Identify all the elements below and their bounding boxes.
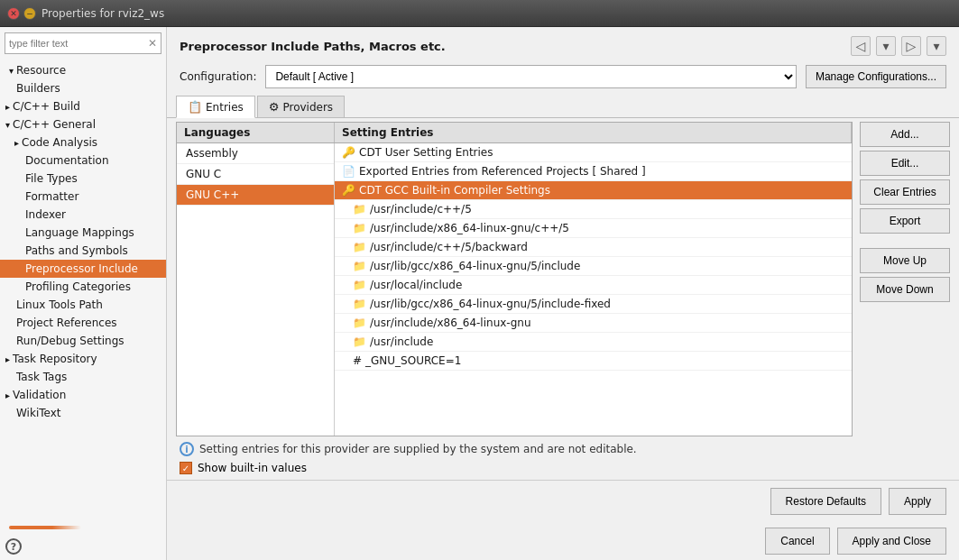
content-area: Preprocessor Include Paths, Macros etc. … — [167, 27, 959, 560]
entry-local-include-label: /usr/local/include — [370, 279, 462, 291]
entry-exported[interactable]: 📄 Exported Entries from Referenced Proje… — [335, 162, 852, 181]
config-label: Configuration: — [180, 70, 256, 83]
forward-icon[interactable]: ▷ — [901, 36, 921, 56]
entry-include-cpp5-label: /usr/include/c++/5 — [370, 203, 472, 216]
title-bar: ✕ − Properties for rviz2_ws — [0, 0, 959, 27]
filter-box[interactable]: ✕ — [5, 32, 161, 54]
exported-icon: 📄 — [342, 165, 355, 178]
sidebar-item-run-debug[interactable]: Run/Debug Settings — [0, 332, 166, 350]
folder-icon-8: 📁 — [353, 335, 366, 348]
entry-include[interactable]: 📁 /usr/include — [335, 333, 852, 352]
entry-exported-label: Exported Entries from Referenced Project… — [359, 165, 646, 178]
apply-button[interactable]: Apply — [889, 488, 946, 515]
entry-include-cpp5-backward[interactable]: 📁 /usr/include/c++/5/backward — [335, 238, 852, 257]
minimize-button[interactable]: − — [23, 7, 36, 20]
sidebar-help: ? — [0, 533, 166, 560]
table-area: Languages Setting Entries Assembly GNU C… — [167, 122, 959, 436]
sidebar-item-documentation[interactable]: Documentation — [0, 151, 166, 170]
sidebar-item-wikitext[interactable]: WikiText — [0, 404, 166, 422]
show-builtin-checkbox[interactable]: ✓ — [180, 462, 192, 474]
help-icon[interactable]: ? — [5, 538, 22, 555]
define-icon: # — [353, 354, 362, 367]
restore-defaults-button[interactable]: Restore Defaults — [770, 488, 881, 515]
final-row: Cancel Apply and Close — [167, 522, 959, 560]
folder-icon-2: 📁 — [353, 222, 366, 234]
sidebar-item-task-repo[interactable]: Task Repository — [0, 350, 166, 368]
entry-include-cpp5[interactable]: 📁 /usr/include/c++/5 — [335, 200, 852, 219]
tab-entries[interactable]: 📋 Entries — [176, 96, 255, 118]
dropdown2-icon[interactable]: ▾ — [927, 36, 946, 56]
manage-configurations-button[interactable]: Manage Configurations... — [806, 65, 946, 88]
dropdown-icon[interactable]: ▾ — [876, 36, 896, 56]
entry-include-x86-cpp5[interactable]: 📁 /usr/include/x86_64-linux-gnu/c++/5 — [335, 219, 852, 238]
info-icon: i — [180, 442, 194, 456]
filter-clear-icon[interactable]: ✕ — [148, 37, 157, 50]
apply-close-button[interactable]: Apply and Close — [837, 528, 946, 555]
edit-button[interactable]: Edit... — [860, 151, 950, 176]
sidebar-item-profiling[interactable]: Profiling Categories — [0, 278, 166, 296]
sidebar-item-task-tags[interactable]: Task Tags — [0, 368, 166, 386]
sidebar-item-resource[interactable]: Resource — [0, 61, 166, 79]
entry-cdt-user[interactable]: 🔑 CDT User Setting Entries — [335, 143, 852, 162]
move-down-button[interactable]: Move Down — [860, 277, 950, 302]
info-text: Setting entries for this provider are su… — [199, 443, 637, 455]
entry-lib-gcc-include-fixed[interactable]: 📁 /usr/lib/gcc/x86_64-linux-gnu/5/includ… — [335, 295, 852, 314]
providers-tab-icon: ⚙ — [269, 100, 280, 114]
tab-providers[interactable]: ⚙ Providers — [257, 96, 345, 117]
lang-assembly[interactable]: Assembly — [177, 143, 334, 164]
window-controls[interactable]: ✕ − — [7, 7, 36, 20]
entry-gnu-source[interactable]: # _GNU_SOURCE=1 — [335, 352, 852, 371]
sidebar-tree: Resource Builders C/C++ Build C/C++ Gene… — [0, 60, 166, 522]
cancel-button[interactable]: Cancel — [765, 528, 829, 555]
entries-tab-label: Entries — [206, 101, 244, 114]
folder-icon-7: 📁 — [353, 317, 366, 329]
sidebar-item-paths-symbols[interactable]: Paths and Symbols — [0, 242, 166, 260]
table-header: Languages Setting Entries — [177, 123, 852, 143]
sidebar-item-code-analysis[interactable]: Code Analysis — [0, 133, 166, 151]
checkmark-icon: ✓ — [182, 464, 189, 473]
config-row: Configuration: Default [ Active ] Manage… — [167, 60, 959, 96]
entry-lib-gcc-include-fixed-label: /usr/lib/gcc/x86_64-linux-gnu/5/include-… — [370, 298, 611, 310]
clear-entries-button[interactable]: Clear Entries — [860, 179, 950, 205]
sidebar-item-indexer[interactable]: Indexer — [0, 206, 166, 224]
entry-include-cpp5-backward-label: /usr/include/c++/5/backward — [370, 241, 528, 253]
sidebar-item-validation[interactable]: Validation — [0, 386, 166, 404]
sidebar-item-language-mappings[interactable]: Language Mappings — [0, 224, 166, 242]
providers-tab-label: Providers — [282, 101, 333, 114]
header-icons: ◁ ▾ ▷ ▾ — [851, 36, 946, 56]
lang-gnu-cpp[interactable]: GNU C++ — [177, 185, 334, 206]
entry-gnu-source-label: _GNU_SOURCE=1 — [365, 354, 461, 367]
entry-gcc-builtin[interactable]: 🔑 CDT GCC Built-in Compiler Settings — [335, 181, 852, 200]
export-button[interactable]: Export — [860, 208, 950, 234]
sidebar-item-formatter[interactable]: Formatter — [0, 188, 166, 206]
side-buttons: Add... Edit... Clear Entries Export Move… — [860, 122, 950, 436]
filter-input[interactable] — [9, 38, 148, 49]
entry-lib-gcc-include[interactable]: 📁 /usr/lib/gcc/x86_64-linux-gnu/5/includ… — [335, 257, 852, 276]
sidebar-item-cpp-build[interactable]: C/C++ Build — [0, 97, 166, 115]
sidebar-item-project-refs[interactable]: Project References — [0, 314, 166, 332]
move-up-button[interactable]: Move Up — [860, 248, 950, 273]
gcc-builtin-icon: 🔑 — [342, 184, 355, 197]
entries-table: Languages Setting Entries Assembly GNU C… — [176, 122, 853, 436]
folder-icon-1: 📁 — [353, 203, 366, 216]
sidebar-item-file-types[interactable]: File Types — [0, 170, 166, 188]
entry-include-x86-cpp5-label: /usr/include/x86_64-linux-gnu/c++/5 — [370, 222, 569, 234]
sidebar-item-cpp-general[interactable]: C/C++ General — [0, 115, 166, 133]
sidebar-item-linux-tools[interactable]: Linux Tools Path — [0, 296, 166, 314]
folder-icon-3: 📁 — [353, 241, 366, 253]
back-icon[interactable]: ◁ — [851, 36, 871, 56]
lang-gnu-c[interactable]: GNU C — [177, 164, 334, 185]
entry-cdt-user-label: CDT User Setting Entries — [359, 146, 493, 159]
close-button[interactable]: ✕ — [7, 7, 20, 20]
entry-include-x86[interactable]: 📁 /usr/include/x86_64-linux-gnu — [335, 314, 852, 333]
checkbox-row: ✓ Show built-in values — [167, 460, 959, 480]
sidebar-item-preprocessor[interactable]: Preprocessor Include — [0, 260, 166, 278]
code-analysis-label: Code Analysis — [22, 136, 97, 149]
entry-local-include[interactable]: 📁 /usr/local/include — [335, 276, 852, 295]
sidebar-item-builders[interactable]: Builders — [0, 79, 166, 97]
tabs-row: 📋 Entries ⚙ Providers — [167, 96, 959, 118]
config-select[interactable]: Default [ Active ] — [265, 65, 796, 88]
languages-column: Assembly GNU C GNU C++ — [177, 143, 335, 436]
add-button[interactable]: Add... — [860, 122, 950, 147]
entry-include-label: /usr/include — [370, 335, 433, 348]
